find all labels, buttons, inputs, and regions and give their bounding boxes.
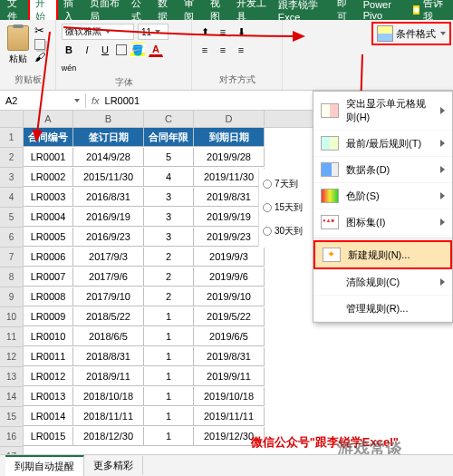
row-header[interactable]: 16 [0,427,24,447]
data-cell[interactable]: 2017/9/6 [73,267,144,287]
fx-icon[interactable]: fx [92,95,100,106]
menu-clear-rules[interactable]: 清除规则(C) [313,269,452,296]
data-cell[interactable]: 1 [144,407,194,426]
menu-databars[interactable]: 数据条(D) [313,157,452,183]
formula-input[interactable]: LR0001 [105,95,140,106]
data-cell[interactable]: 2019/9/19 [194,208,265,227]
format-painter-icon[interactable]: 🖌 [34,51,49,65]
menu-new-rule[interactable]: 新建规则(N)... [313,240,452,269]
header-cell[interactable]: 签订日期 [73,128,144,147]
copy-icon[interactable] [34,39,45,50]
data-cell[interactable]: LR0007 [24,267,73,287]
data-cell[interactable]: LR0003 [24,188,73,207]
data-cell[interactable]: 2016/8/31 [73,188,144,207]
data-cell[interactable]: 2019/8/31 [194,347,265,366]
data-cell[interactable]: 2018/8/31 [73,347,144,366]
data-cell[interactable]: 3 [144,208,194,227]
paste-button[interactable]: 粘贴 [5,24,31,67]
row-header[interactable]: 12 [0,347,24,367]
row-header[interactable]: 7 [0,248,24,267]
font-size-select[interactable]: 11 [138,24,169,40]
data-cell[interactable]: 2016/9/23 [73,228,144,247]
header-cell[interactable]: 合同编号 [24,128,73,147]
data-cell[interactable]: LR0005 [24,228,73,247]
align-mid-button[interactable]: ≡ [216,24,230,39]
col-header-c[interactable]: C [144,111,194,127]
row-header[interactable]: 11 [0,327,24,347]
row-header[interactable]: 2 [0,148,24,168]
menu-highlight-rules[interactable]: 突出显示单元格规则(H) [313,92,452,131]
row-header[interactable]: 15 [0,407,24,427]
font-color-button[interactable]: A [149,43,163,57]
data-cell[interactable]: 2018/11/11 [73,407,144,426]
data-cell[interactable]: 2018/5/22 [73,307,144,326]
data-cell[interactable]: LR0006 [24,248,73,267]
data-cell[interactable]: 2018/6/5 [73,327,144,346]
sheet-tab-1[interactable]: 到期自动提醒 [5,455,84,476]
row-header[interactable]: 13 [0,367,24,387]
data-cell[interactable]: LR0001 [24,148,73,167]
data-cell[interactable]: LR0004 [24,208,73,227]
data-cell[interactable]: 2014/9/28 [73,148,144,167]
align-center-button[interactable]: ≡ [216,43,230,57]
row-header[interactable]: 1 [0,128,24,148]
cut-icon[interactable]: ✂ [34,24,49,38]
data-cell[interactable]: 2019/6/5 [194,327,265,346]
data-cell[interactable]: LR0008 [24,287,73,306]
opt-7days[interactable]: 7天到 [261,172,304,196]
row-header[interactable]: 14 [0,387,24,407]
font-name-select[interactable]: 微软雅黑 [62,24,134,40]
data-cell[interactable]: 2018/12/30 [73,427,144,446]
data-cell[interactable]: LR0010 [24,327,73,346]
italic-button[interactable]: I [80,43,94,57]
data-cell[interactable]: 2015/11/30 [73,168,144,187]
header-cell[interactable]: 合同年限 [144,128,194,147]
data-cell[interactable]: 2016/9/19 [73,208,144,227]
align-right-button[interactable]: ≡ [234,43,248,57]
menu-manage-rules[interactable]: 管理规则(R)... [313,296,452,322]
data-cell[interactable]: 1 [144,387,194,406]
data-cell[interactable]: 2019/9/28 [194,148,265,167]
row-header[interactable]: 8 [0,267,24,287]
align-top-button[interactable]: ⬆ [198,24,212,39]
data-cell[interactable]: 5 [144,148,194,167]
opt-15days[interactable]: 15天到 [261,196,304,219]
data-cell[interactable]: 2019/9/10 [194,287,265,306]
data-cell[interactable]: LR0002 [24,168,73,187]
row-header[interactable]: 6 [0,228,24,248]
opt-30days[interactable]: 30天到 [261,219,304,243]
data-cell[interactable]: 2019/9/6 [194,267,265,287]
underline-button[interactable]: U [98,43,112,57]
select-all-corner[interactable] [0,111,24,127]
data-cell[interactable]: 2019/8/31 [194,188,265,207]
col-header-a[interactable]: A [24,111,73,127]
data-cell[interactable]: 2018/10/18 [73,387,144,406]
data-cell[interactable]: 1 [144,347,194,366]
col-header-d[interactable]: D [194,111,265,127]
data-cell[interactable]: LR0009 [24,307,73,326]
data-cell[interactable]: 1 [144,367,194,386]
conditional-format-button[interactable]: 条件格式 [371,22,451,45]
data-cell[interactable]: LR0013 [24,387,73,406]
data-cell[interactable]: 1 [144,427,194,446]
data-cell[interactable]: 2019/9/3 [194,248,265,267]
fill-color-button[interactable]: 🪣 [130,43,145,57]
border-button[interactable] [116,44,127,55]
data-cell[interactable]: 1 [144,327,194,346]
menu-colorscale[interactable]: 色阶(S) [313,183,452,209]
data-cell[interactable]: 3 [144,228,194,247]
data-cell[interactable]: 2018/9/11 [73,367,144,386]
data-cell[interactable]: 2019/11/11 [194,407,265,426]
data-cell[interactable]: 3 [144,188,194,207]
menu-iconsets[interactable]: 图标集(I) [313,209,452,236]
data-cell[interactable]: 4 [144,168,194,187]
row-header[interactable]: 10 [0,307,24,327]
data-cell[interactable]: 2017/9/3 [73,248,144,267]
align-left-button[interactable]: ≡ [198,43,212,57]
col-header-b[interactable]: B [73,111,144,127]
row-header[interactable]: 3 [0,168,24,188]
name-box[interactable]: A2 [0,93,86,108]
data-cell[interactable]: 1 [144,307,194,326]
data-cell[interactable]: 2019/9/23 [194,228,265,247]
align-bot-button[interactable]: ⬇ [234,24,248,39]
